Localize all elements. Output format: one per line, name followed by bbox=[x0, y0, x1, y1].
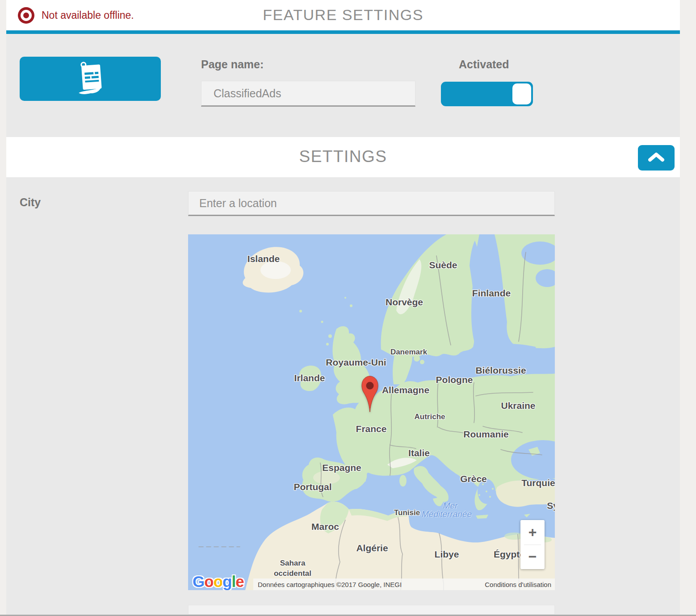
feature-settings-section: Page name: Activated bbox=[6, 34, 680, 137]
google-logo-letter: o bbox=[204, 573, 213, 590]
map-label: Maroc bbox=[311, 521, 339, 532]
map-label: Norvège bbox=[386, 297, 423, 308]
map-label: Turquie bbox=[521, 478, 555, 488]
google-map[interactable]: IslandeSuèdeNorvègeFinlandeDanemarkRoyau… bbox=[188, 234, 555, 590]
feature-header: Not available offline. FEATURE SETTINGS bbox=[6, 0, 680, 30]
map-attribution-text: Données cartographiques ©2017 Google, IN… bbox=[258, 581, 402, 588]
map-label: Suède bbox=[429, 260, 457, 271]
map-attribution-bar: Données cartographiques ©2017 Google, IN… bbox=[253, 579, 555, 590]
map-label: Grèce bbox=[460, 474, 487, 484]
map-label: Méditerranée bbox=[422, 509, 472, 519]
settings-band: SETTINGS bbox=[6, 137, 680, 177]
map-label: Roumanie bbox=[463, 429, 509, 440]
google-logo-letter: o bbox=[214, 573, 222, 590]
map-label: Biélorussie bbox=[475, 365, 526, 376]
page-name-input[interactable] bbox=[201, 81, 415, 107]
map-label: occidental bbox=[274, 569, 311, 578]
google-logo-letter: e bbox=[235, 573, 243, 590]
map-label: Sahara bbox=[280, 559, 306, 568]
map-label: Finlande bbox=[472, 288, 511, 299]
page-name-label: Page name: bbox=[201, 58, 264, 71]
collapse-section-button[interactable] bbox=[638, 145, 675, 171]
next-field-partial[interactable]: 10 bbox=[188, 605, 555, 615]
google-logo-letter: g bbox=[222, 573, 231, 590]
google-logo[interactable]: Google bbox=[193, 573, 244, 590]
google-logo-letter: G bbox=[193, 573, 204, 590]
page-title: FEATURE SETTINGS bbox=[6, 0, 680, 30]
activated-toggle[interactable] bbox=[441, 82, 533, 106]
map-label: Portugal bbox=[293, 482, 331, 492]
city-label: City bbox=[20, 196, 41, 209]
terms-of-use-link[interactable]: Conditions d'utilisation bbox=[485, 581, 551, 588]
map-label: Irlande bbox=[294, 373, 325, 383]
accent-divider bbox=[6, 30, 680, 34]
map-label: Pologne bbox=[436, 375, 473, 385]
content-panel: Not available offline. FEATURE SETTINGS bbox=[6, 0, 680, 616]
toggle-knob bbox=[512, 83, 531, 104]
zoom-in-button[interactable]: + bbox=[520, 520, 545, 545]
settings-title: SETTINGS bbox=[6, 137, 680, 177]
map-zoom-control: + − bbox=[520, 520, 545, 569]
map-label: Algérie bbox=[356, 543, 388, 554]
map-label: Italie bbox=[408, 448, 430, 458]
map-label: Islande bbox=[247, 254, 280, 264]
map-label: Royaume-Uni bbox=[326, 357, 386, 368]
map-label: Libye bbox=[435, 549, 459, 560]
map-label: Allemagne bbox=[382, 385, 429, 395]
map-marker-pin[interactable] bbox=[360, 375, 380, 413]
page: Not available offline. FEATURE SETTINGS bbox=[0, 0, 696, 616]
google-logo-letter: l bbox=[231, 573, 235, 590]
map-label: Sy bbox=[547, 500, 555, 511]
map-label: Tunisie bbox=[394, 508, 420, 517]
classified-ads-icon bbox=[71, 59, 109, 99]
location-input[interactable] bbox=[188, 191, 555, 216]
map-label: Autriche bbox=[415, 412, 445, 421]
map-label: France bbox=[356, 424, 387, 434]
zoom-out-button[interactable]: − bbox=[520, 545, 545, 570]
classified-ads-feature-button[interactable] bbox=[20, 57, 161, 101]
map-label: Espagne bbox=[322, 462, 361, 473]
map-label: Danemark bbox=[390, 348, 427, 357]
city-settings-section: City bbox=[6, 177, 680, 615]
activated-label: Activated bbox=[459, 58, 509, 71]
map-label: Ukraine bbox=[501, 400, 535, 411]
chevron-up-icon bbox=[648, 152, 664, 164]
